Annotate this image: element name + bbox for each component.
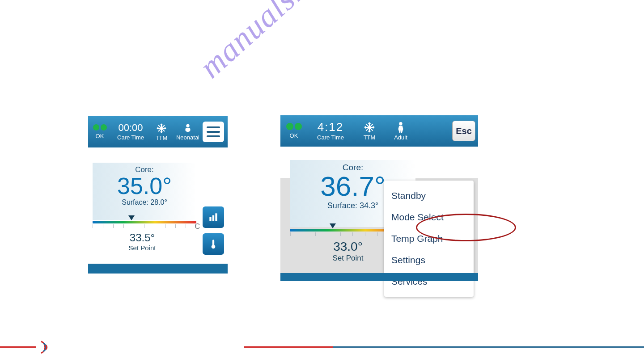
- svg-rect-2: [212, 215, 214, 221]
- menu-button[interactable]: [203, 122, 224, 142]
- status-ok-icon: [93, 124, 107, 130]
- status-ok-label: OK: [96, 133, 104, 139]
- patient-label: Adult: [394, 134, 407, 141]
- surface-label: Surface: 28.0°: [93, 198, 196, 206]
- mode-label: TTM: [364, 134, 376, 141]
- temp-ticks: [93, 224, 196, 231]
- patient-indicator: Adult: [385, 115, 416, 147]
- footer-bar: [280, 273, 478, 281]
- menu-item-temp-graph[interactable]: Temp Graph: [384, 228, 474, 249]
- main-panel: Core: 36.7° Surface: 34.3° 33.0° Set Poi…: [280, 147, 478, 281]
- graph-button[interactable]: [203, 206, 224, 228]
- mode-indicator: TTM: [354, 115, 385, 147]
- esc-button[interactable]: Esc: [452, 121, 475, 141]
- patient-label: Neonatal: [176, 134, 199, 141]
- device-screen-left: OK 00:00 Care Time TTM Neonatal Core: 35…: [88, 116, 228, 274]
- status-bar: OK 00:00 Care Time TTM Neonatal: [88, 116, 228, 147]
- status-ok-icon: [286, 123, 302, 130]
- mode-indicator: TTM: [150, 116, 173, 147]
- core-value: 35.0°: [93, 174, 196, 198]
- menu-item-settings[interactable]: Settings: [384, 249, 474, 271]
- care-time-label: Care Time: [117, 134, 144, 141]
- brand-logo-icon: [39, 340, 51, 357]
- temp-gradient-bar: [93, 221, 196, 223]
- core-temp-panel: Core: 35.0° Surface: 28.0°: [93, 163, 196, 220]
- setpoint-arrow-icon: [330, 223, 336, 228]
- menu-item-standby[interactable]: Standby: [384, 185, 474, 206]
- temp-unit: C: [195, 223, 200, 231]
- temp-button[interactable]: [203, 233, 224, 255]
- svg-rect-3: [215, 213, 217, 221]
- mode-label: TTM: [156, 135, 168, 141]
- care-time-label: Care Time: [317, 134, 344, 141]
- snowflake-icon: [156, 123, 167, 134]
- baby-icon: [183, 123, 193, 133]
- side-buttons: [203, 206, 224, 255]
- device-screen-right: OK 4:12 Care Time TTM Adult Esc Core: 36…: [280, 115, 478, 281]
- setpoint-arrow-icon: [128, 215, 135, 220]
- chart-icon: [208, 211, 219, 223]
- footer-bar: [88, 264, 228, 274]
- watermark: manualshive.com: [192, 0, 394, 86]
- setpoint-label: Set Point: [88, 244, 196, 252]
- thermometer-icon: [208, 238, 219, 250]
- setpoint-value: 33.5°: [88, 232, 196, 244]
- adult-icon: [396, 122, 406, 133]
- patient-indicator: Neonatal: [173, 116, 203, 147]
- page-footer-rule: [0, 346, 644, 349]
- menu-item-mode-select[interactable]: Mode Select: [384, 206, 474, 228]
- snowflake-icon: [364, 122, 375, 133]
- status-ok-label: OK: [290, 132, 298, 139]
- svg-point-0: [186, 124, 189, 127]
- main-panel: Core: 35.0° Surface: 28.0° C 33.5° Set P…: [88, 147, 228, 274]
- svg-rect-1: [209, 217, 211, 221]
- care-time-value: 4:12: [318, 121, 344, 133]
- svg-point-4: [399, 122, 402, 125]
- status-bar: OK 4:12 Care Time TTM Adult Esc: [280, 115, 478, 147]
- care-time-value: 00:00: [118, 123, 143, 133]
- setpoint-block: 33.5° Set Point: [88, 232, 196, 252]
